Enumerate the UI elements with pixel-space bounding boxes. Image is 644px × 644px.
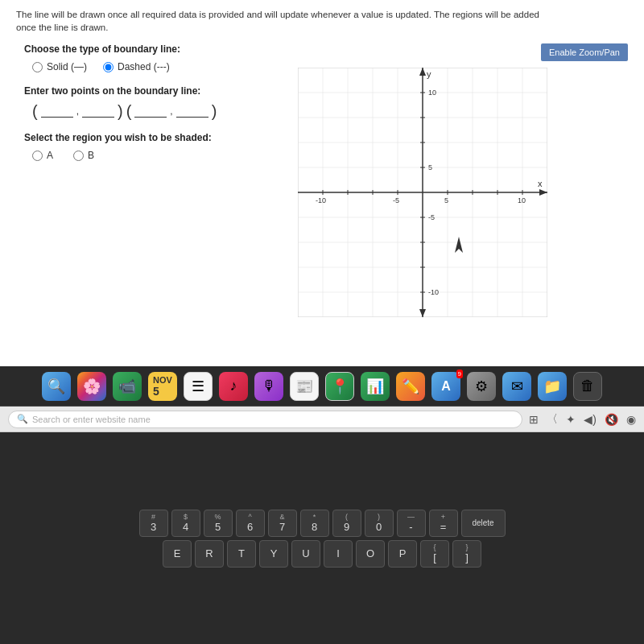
key-equals[interactable]: += xyxy=(429,510,458,537)
dock-stickies[interactable]: NOV5 xyxy=(148,372,177,401)
dock-photos[interactable]: 🌸 xyxy=(77,372,106,401)
region-b-option[interactable]: B xyxy=(73,150,94,161)
key-i[interactable]: I xyxy=(324,540,353,568)
zoom-pan-button[interactable]: Enable Zoom/Pan xyxy=(541,43,628,61)
comma-2: , xyxy=(170,105,172,117)
dashed-label: Dashed (---) xyxy=(118,61,170,72)
dock-systemprefs[interactable]: ⚙ xyxy=(467,372,496,401)
close-paren-2: ) xyxy=(212,103,217,119)
dock-news[interactable]: 📰 xyxy=(290,372,319,401)
mute-icon[interactable]: 🔇 xyxy=(605,413,618,426)
svg-text:y: y xyxy=(427,69,431,79)
region-radio-group: A B xyxy=(24,150,290,161)
svg-text:-10: -10 xyxy=(316,196,326,204)
svg-text:10: 10 xyxy=(428,89,436,97)
point1-y[interactable] xyxy=(82,105,114,118)
share-icon[interactable]: ⊞ xyxy=(529,413,539,426)
region-a-option[interactable]: A xyxy=(32,150,53,161)
instruction-text: The line will be drawn once all required… xyxy=(16,8,547,34)
dashed-radio[interactable] xyxy=(103,62,114,72)
search-icon: 🔍 xyxy=(17,414,28,424)
key-u[interactable]: U xyxy=(291,540,320,568)
safari-icons: ⊞ 〈 ✦ ◀) 🔇 ◉ xyxy=(529,412,636,427)
svg-text:-10: -10 xyxy=(428,288,439,296)
points-label: Enter two points on the boundary line: xyxy=(24,85,290,97)
coordinate-graph: x y -10 -5 5 xyxy=(298,68,547,317)
left-panel: Choose the type of boundary line: Solid … xyxy=(16,43,290,169)
comma-1: , xyxy=(76,105,79,117)
dock-keynote[interactable]: A 9 xyxy=(431,372,460,401)
region-section: Select the region you wish to be shaded:… xyxy=(24,132,290,161)
key-7[interactable]: &7 xyxy=(268,510,297,537)
dock-numbers[interactable]: 📊 xyxy=(361,372,390,401)
key-6[interactable]: ^6 xyxy=(236,510,265,537)
dock-findmy[interactable]: 📍 xyxy=(325,372,354,401)
keyboard-row-qwerty: E R T Y U I O P {[ }] xyxy=(163,540,481,568)
points-inputs: ( , ) ( , ) xyxy=(24,103,290,119)
dock-mail[interactable]: ✉ xyxy=(502,372,531,401)
dock-reminders[interactable]: ☰ xyxy=(184,372,213,401)
region-a-label: A xyxy=(47,150,53,161)
region-label: Select the region you wish to be shaded: xyxy=(24,132,290,143)
key-p[interactable]: P xyxy=(388,540,417,568)
open-paren-2: ( xyxy=(126,103,132,119)
dock-files[interactable]: 📁 xyxy=(538,372,567,401)
boundary-type-group: Solid (—) Dashed (---) xyxy=(24,61,290,72)
boundary-line-label: Choose the type of boundary line: xyxy=(24,43,290,55)
safari-bar: 🔍 Search or enter website name ⊞ 〈 ✦ ◀) … xyxy=(0,407,644,432)
address-bar-text: Search or enter website name xyxy=(32,415,151,424)
key-bracket-close[interactable]: }] xyxy=(452,540,481,568)
svg-text:10: 10 xyxy=(518,196,526,204)
dock-finder[interactable]: 🔍 xyxy=(42,372,71,401)
dock-trash[interactable]: 🗑 xyxy=(573,372,602,401)
key-t[interactable]: T xyxy=(227,540,256,568)
solid-option[interactable]: Solid (—) xyxy=(32,61,87,72)
brightness-icon[interactable]: ✦ xyxy=(566,413,576,426)
volume-icon[interactable]: ◀) xyxy=(584,413,597,426)
svg-text:5: 5 xyxy=(444,196,448,204)
key-4[interactable]: $4 xyxy=(171,510,200,537)
bottom-area: 🔍 🌸 📹 NOV5 ☰ ♪ 🎙 📰 📍 📊 ✏️ A 9 ⚙ ✉ 📁 🗑 xyxy=(0,366,644,644)
browser-content: The line will be drawn once all required… xyxy=(0,0,644,366)
address-bar[interactable]: 🔍 Search or enter website name xyxy=(8,411,522,428)
open-paren-1: ( xyxy=(32,103,38,119)
wifi-icon[interactable]: ◉ xyxy=(626,413,636,426)
key-3[interactable]: #3 xyxy=(139,510,168,537)
dock-facetime[interactable]: 📹 xyxy=(113,372,142,401)
point2-y[interactable] xyxy=(176,105,208,118)
key-y[interactable]: Y xyxy=(259,540,288,568)
keyboard-row-numbers: #3 $4 %5 ^6 &7 *8 (9 )0 —- += delete xyxy=(139,510,506,537)
point1-x[interactable] xyxy=(41,105,73,118)
solid-label: Solid (—) xyxy=(47,61,87,72)
points-section: Enter two points on the boundary line: (… xyxy=(24,85,290,119)
svg-text:5: 5 xyxy=(428,163,432,171)
key-minus[interactable]: —- xyxy=(397,510,426,537)
region-a-radio[interactable] xyxy=(32,151,43,161)
svg-text:x: x xyxy=(538,179,543,188)
key-delete[interactable]: delete xyxy=(461,510,506,537)
key-9[interactable]: (9 xyxy=(332,510,361,537)
main-layout: Choose the type of boundary line: Solid … xyxy=(16,43,628,317)
close-paren-1: ) xyxy=(118,103,123,119)
solid-radio[interactable] xyxy=(32,62,43,72)
content-area: The line will be drawn once all required… xyxy=(0,0,644,366)
svg-text:-5: -5 xyxy=(428,213,435,221)
boundary-line-section: Choose the type of boundary line: Solid … xyxy=(24,43,290,72)
key-o[interactable]: O xyxy=(356,540,385,568)
taskbar: 🔍 🌸 📹 NOV5 ☰ ♪ 🎙 📰 📍 📊 ✏️ A 9 ⚙ ✉ 📁 🗑 xyxy=(0,366,644,407)
key-e[interactable]: E xyxy=(163,540,192,568)
key-r[interactable]: R xyxy=(195,540,224,568)
dock-music[interactable]: ♪ xyxy=(219,372,248,401)
dock-podcasts[interactable]: 🎙 xyxy=(254,372,283,401)
region-b-radio[interactable] xyxy=(73,151,84,161)
dock-pages[interactable]: ✏️ xyxy=(396,372,425,401)
right-panel: Enable Zoom/Pan xyxy=(298,43,628,317)
key-0[interactable]: )0 xyxy=(365,510,394,537)
key-5[interactable]: %5 xyxy=(204,510,233,537)
point2-x[interactable] xyxy=(134,105,167,118)
dashed-option[interactable]: Dashed (---) xyxy=(103,61,170,72)
key-8[interactable]: *8 xyxy=(300,510,329,537)
keyboard-area: #3 $4 %5 ^6 &7 *8 (9 )0 —- += delete E R… xyxy=(0,432,644,644)
key-bracket-open[interactable]: {[ xyxy=(420,540,449,568)
back-icon[interactable]: 〈 xyxy=(547,412,558,427)
